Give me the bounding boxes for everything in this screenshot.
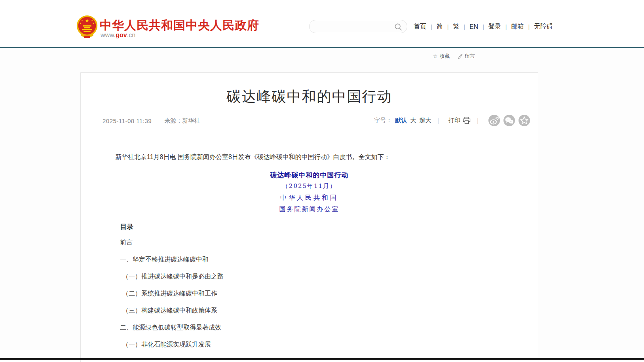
top-nav: 首页 | 简 | 繁 | EN | 登录 | 邮箱 | 无障碍 bbox=[414, 23, 553, 31]
document-country: 中华人民共和国 bbox=[81, 194, 538, 202]
nav-english[interactable]: EN bbox=[469, 23, 478, 30]
toc-item-foreword: 前言 bbox=[120, 239, 224, 246]
share-qzone-icon[interactable] bbox=[519, 115, 530, 126]
toc-item-section1: 一、坚定不移推进碳达峰碳中和 bbox=[120, 256, 224, 263]
printer-icon bbox=[463, 117, 471, 124]
article-toolbar: 字号： 默认 大 超大 | 打印 | bbox=[374, 115, 530, 126]
favorite-label: 收藏 bbox=[440, 53, 450, 60]
article-card: 碳达峰碳中和的中国行动 2025-11-08 11:39 来源： 新华社 字号：… bbox=[80, 72, 538, 362]
page-title: 碳达峰碳中和的中国行动 bbox=[81, 87, 538, 106]
document-title: 碳达峰碳中和的中国行动 bbox=[81, 171, 538, 180]
comment-button[interactable]: 留言 bbox=[458, 53, 475, 60]
toc-item-section1-3: （三）构建碳达峰碳中和政策体系 bbox=[122, 307, 224, 314]
publish-date: 2025-11-08 11:39 bbox=[103, 118, 152, 124]
nav-accessibility[interactable]: 无障碍 bbox=[534, 23, 553, 31]
nav-separator: | bbox=[483, 24, 484, 30]
comment-label: 留言 bbox=[465, 53, 475, 60]
nav-separator: | bbox=[447, 24, 449, 30]
toc-heading: 目录 bbox=[120, 222, 133, 231]
bottom-edge-rule bbox=[0, 358, 644, 360]
nav-separator: | bbox=[505, 24, 507, 30]
document-date: （2025年11月） bbox=[81, 182, 538, 190]
nav-home[interactable]: 首页 bbox=[414, 23, 426, 31]
font-size-label: 字号： bbox=[374, 117, 392, 124]
font-large-button[interactable]: 大 bbox=[410, 117, 416, 124]
share-weibo-icon[interactable] bbox=[488, 115, 500, 126]
nav-separator: | bbox=[431, 24, 432, 30]
search-box[interactable] bbox=[309, 20, 407, 33]
search-input[interactable] bbox=[316, 21, 393, 32]
nav-login[interactable]: 登录 bbox=[488, 23, 501, 31]
font-xlarge-button[interactable]: 超大 bbox=[419, 117, 431, 124]
toolbar-separator: | bbox=[437, 117, 439, 124]
print-button[interactable]: 打印 bbox=[448, 117, 471, 124]
font-default-button[interactable]: 默认 bbox=[395, 117, 407, 124]
pencil-icon bbox=[458, 53, 463, 59]
nav-mail[interactable]: 邮箱 bbox=[511, 23, 524, 31]
source-label: 来源： bbox=[164, 117, 182, 125]
toolbar-separator: | bbox=[477, 117, 479, 124]
star-icon: ☆ bbox=[433, 53, 438, 59]
site-header: ★ ★ ★ ★ ★ 中华人民共和国中央人民政府 www.gov.cn 首页 | … bbox=[0, 0, 644, 48]
svg-text:★: ★ bbox=[91, 19, 93, 21]
nav-separator: | bbox=[528, 24, 530, 30]
site-title: 中华人民共和国中央人民政府 bbox=[100, 17, 259, 34]
favorite-button[interactable]: ☆ 收藏 bbox=[433, 53, 450, 60]
nav-simplified-chinese[interactable]: 简 bbox=[437, 23, 443, 31]
print-label: 打印 bbox=[448, 117, 460, 124]
toc-item-section1-1: （一）推进碳达峰碳中和是必由之路 bbox=[122, 273, 224, 280]
lead-paragraph: 新华社北京11月8日电 国务院新闻办公室8日发布《碳达峰碳中和的中国行动》白皮书… bbox=[103, 152, 517, 162]
site-url-cn: .cn bbox=[127, 32, 135, 38]
article-meta: 2025-11-08 11:39 来源： 新华社 bbox=[103, 117, 200, 125]
share-wechat-icon[interactable] bbox=[503, 115, 515, 126]
search-icon[interactable] bbox=[394, 23, 402, 31]
toc-item-section2-1: （一）非化石能源实现跃升发展 bbox=[122, 341, 224, 348]
national-emblem-logo: ★ ★ ★ ★ ★ bbox=[75, 14, 99, 40]
table-of-contents: 前言 一、坚定不移推进碳达峰碳中和 （一）推进碳达峰碳中和是必由之路 （二）系统… bbox=[120, 239, 224, 358]
nav-traditional-chinese[interactable]: 繁 bbox=[453, 23, 459, 31]
svg-text:★: ★ bbox=[80, 22, 82, 25]
toc-item-section1-2: （二）系统推进碳达峰碳中和工作 bbox=[122, 290, 224, 297]
svg-text:★: ★ bbox=[81, 19, 83, 21]
site-url: www.gov.cn bbox=[101, 32, 135, 39]
site-url-gov: gov bbox=[116, 32, 127, 38]
source-value: 新华社 bbox=[182, 117, 200, 125]
toc-item-section2: 二、能源绿色低碳转型取得显著成效 bbox=[120, 324, 224, 331]
svg-text:★: ★ bbox=[85, 18, 89, 23]
nav-separator: | bbox=[464, 24, 465, 30]
svg-text:★: ★ bbox=[93, 22, 95, 25]
site-url-www: www. bbox=[101, 32, 116, 38]
meta-divider bbox=[103, 130, 531, 130]
document-office: 国务院新闻办公室 bbox=[81, 205, 538, 214]
